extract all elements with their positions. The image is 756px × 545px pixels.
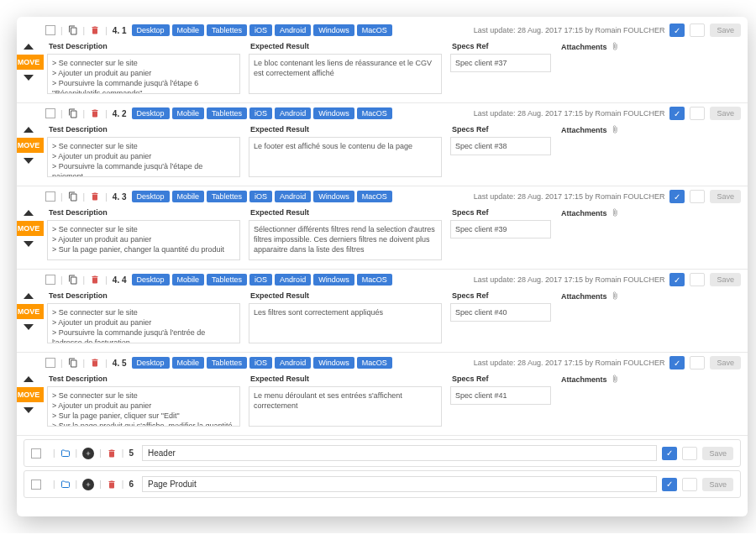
platform-tag[interactable]: iOS [249, 274, 272, 286]
copy-icon[interactable] [68, 191, 78, 202]
move-button[interactable]: MOVE [17, 221, 44, 236]
save-button[interactable]: Save [710, 190, 741, 203]
platform-tag[interactable]: Windows [313, 191, 354, 202]
expected-result-input[interactable]: Le footer est affiché sous le contenu de… [249, 137, 442, 177]
select-checkbox[interactable] [45, 25, 55, 35]
status-toggle[interactable] [682, 447, 697, 460]
copy-icon[interactable] [68, 275, 78, 285]
test-description-input[interactable]: > Se connecter sur le site > Ajouter un … [47, 303, 240, 343]
platform-tag[interactable]: Android [275, 357, 311, 369]
platform-tag[interactable]: MacOS [357, 357, 392, 369]
platform-tag[interactable]: Desktop [132, 274, 170, 286]
status-check[interactable]: ✓ [669, 24, 685, 37]
paperclip-icon[interactable] [611, 291, 619, 301]
move-up-icon[interactable] [24, 127, 34, 133]
move-down-icon[interactable] [24, 158, 34, 164]
platform-tag[interactable]: Windows [313, 24, 354, 36]
move-up-icon[interactable] [24, 44, 34, 50]
status-check[interactable]: ✓ [662, 447, 677, 460]
status-check[interactable]: ✓ [662, 478, 677, 491]
move-button[interactable]: MOVE [17, 387, 44, 402]
platform-tag[interactable]: Windows [313, 107, 354, 119]
platform-tag[interactable]: MacOS [357, 107, 392, 119]
select-checkbox[interactable] [45, 275, 55, 285]
move-button[interactable]: MOVE [17, 304, 44, 319]
expected-result-input[interactable]: Sélectionner différents filtres rend la … [249, 220, 442, 260]
trash-icon[interactable] [90, 358, 100, 368]
platform-tag[interactable]: Tablettes [207, 274, 247, 286]
platform-tag[interactable]: Desktop [132, 357, 170, 369]
platform-tag[interactable]: iOS [249, 107, 272, 119]
save-button[interactable]: Save [710, 24, 741, 37]
platform-tag[interactable]: MacOS [357, 274, 392, 286]
platform-tag[interactable]: Mobile [172, 357, 205, 369]
paperclip-icon[interactable] [611, 42, 619, 52]
test-description-input[interactable]: > Se connecter sur le site > Ajouter un … [47, 137, 240, 177]
status-toggle[interactable] [690, 24, 705, 37]
platform-tag[interactable]: MacOS [357, 191, 392, 202]
platform-tag[interactable]: iOS [249, 357, 272, 369]
platform-tag[interactable]: Tablettes [207, 191, 247, 202]
move-down-icon[interactable] [24, 75, 34, 81]
platform-tag[interactable]: Desktop [132, 191, 170, 202]
status-check[interactable]: ✓ [669, 273, 685, 286]
move-up-icon[interactable] [24, 376, 34, 382]
select-checkbox[interactable] [45, 191, 55, 202]
select-checkbox[interactable] [45, 358, 55, 368]
section-title-input[interactable] [142, 445, 657, 461]
specs-ref-input[interactable]: Spec client #38 [450, 137, 551, 155]
add-icon[interactable] [82, 448, 94, 459]
platform-tag[interactable]: Android [275, 107, 311, 119]
select-checkbox[interactable] [31, 448, 41, 459]
test-description-input[interactable]: > Se connecter sur le site > Ajouter un … [47, 54, 240, 94]
specs-ref-input[interactable]: Spec client #40 [450, 303, 551, 322]
platform-tag[interactable]: Desktop [132, 24, 170, 36]
expected-result-input[interactable]: Le bloc contenant les liens de réassuran… [249, 54, 442, 94]
status-check[interactable]: ✓ [669, 107, 685, 120]
move-down-icon[interactable] [24, 407, 34, 413]
specs-ref-input[interactable]: Spec client #39 [450, 220, 551, 238]
move-button[interactable]: MOVE [17, 55, 44, 70]
folder-icon[interactable] [60, 448, 71, 459]
platform-tag[interactable]: Mobile [172, 24, 205, 36]
status-toggle[interactable] [690, 107, 705, 120]
save-button[interactable]: Save [710, 356, 741, 369]
move-up-icon[interactable] [24, 210, 34, 216]
folder-icon[interactable] [60, 479, 71, 490]
trash-icon[interactable] [90, 25, 100, 35]
platform-tag[interactable]: iOS [249, 191, 272, 202]
move-down-icon[interactable] [24, 324, 34, 330]
platform-tag[interactable]: MacOS [357, 24, 392, 36]
copy-icon[interactable] [68, 25, 78, 35]
move-down-icon[interactable] [24, 241, 34, 247]
platform-tag[interactable]: iOS [249, 24, 272, 36]
select-checkbox[interactable] [31, 479, 41, 490]
trash-icon[interactable] [90, 275, 100, 285]
status-toggle[interactable] [690, 356, 705, 369]
expected-result-input[interactable]: Les filtres sont correctement appliqués [249, 303, 442, 343]
platform-tag[interactable]: Mobile [172, 274, 205, 286]
trash-icon[interactable] [90, 108, 100, 118]
paperclip-icon[interactable] [611, 208, 619, 218]
test-description-input[interactable]: > Se connecter sur le site > Ajouter un … [47, 220, 240, 260]
save-button[interactable]: Save [702, 447, 733, 460]
platform-tag[interactable]: Android [275, 274, 311, 286]
select-checkbox[interactable] [45, 108, 55, 118]
trash-icon[interactable] [107, 479, 117, 490]
platform-tag[interactable]: Mobile [172, 191, 205, 202]
platform-tag[interactable]: Mobile [172, 107, 205, 119]
add-icon[interactable] [82, 479, 94, 490]
platform-tag[interactable]: Desktop [132, 107, 170, 119]
section-title-input[interactable] [142, 476, 657, 492]
test-description-input[interactable]: > Se connecter sur le site > Ajouter un … [47, 386, 240, 427]
platform-tag[interactable]: Tablettes [207, 107, 247, 119]
move-up-icon[interactable] [24, 293, 34, 299]
platform-tag[interactable]: Windows [313, 357, 354, 369]
platform-tag[interactable]: Windows [313, 274, 354, 286]
expected-result-input[interactable]: Le menu déroulant et ses entrées s'affic… [249, 386, 442, 427]
status-toggle[interactable] [690, 190, 705, 203]
specs-ref-input[interactable]: Spec client #37 [450, 54, 551, 72]
trash-icon[interactable] [90, 191, 100, 202]
platform-tag[interactable]: Android [275, 191, 311, 202]
platform-tag[interactable]: Tablettes [207, 24, 247, 36]
